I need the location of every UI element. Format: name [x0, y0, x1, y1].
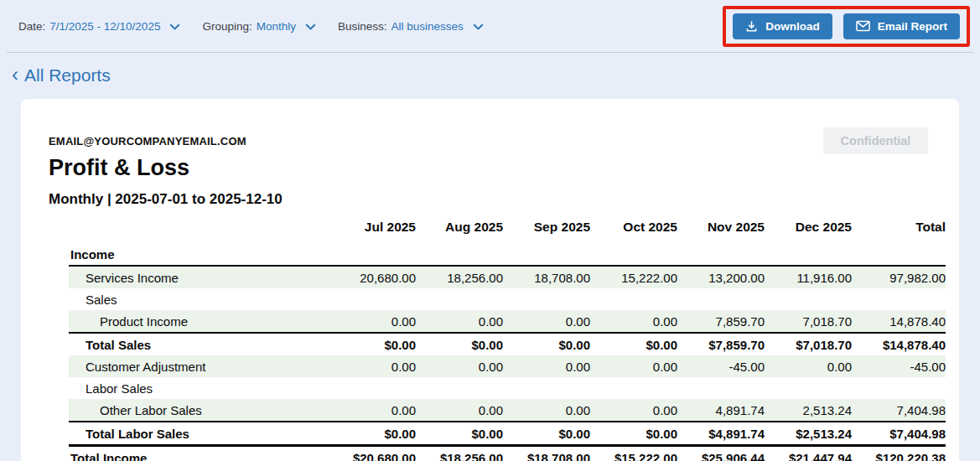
filter-value: Monthly: [257, 20, 296, 33]
cell-value: 0.00: [503, 399, 590, 422]
cell-value: [852, 243, 946, 266]
table-row: Total Income$20,680.00$18,256.00$18,708.…: [69, 446, 946, 461]
filter-date-dropdown[interactable]: Date: 7/1/2025 - 12/10/2025: [18, 20, 180, 33]
cell-value: 0.00: [503, 355, 590, 377]
row-label: Other Labor Sales: [69, 399, 329, 422]
annotation-highlight-box: Download Email Report: [723, 6, 970, 47]
cell-value: $4,891.74: [677, 422, 765, 446]
toolbar-divider: [7, 52, 973, 53]
chevron-left-icon: ‹: [12, 67, 18, 82]
cell-value: 0.00: [765, 355, 852, 377]
cell-value: $7,404.98: [852, 422, 946, 446]
cell-value: 11,916.00: [765, 266, 852, 288]
top-toolbar: Date: 7/1/2025 - 12/10/2025 Grouping: Mo…: [0, 0, 980, 52]
chevron-down-icon: [305, 23, 316, 30]
table-header-row: Jul 2025Aug 2025Sep 2025Oct 2025Nov 2025…: [69, 216, 946, 243]
row-label: Sales: [69, 288, 329, 310]
download-button[interactable]: Download: [733, 13, 832, 39]
cell-value: [590, 288, 677, 310]
cell-value: $18,708.00: [503, 446, 590, 461]
cell-value: [329, 377, 416, 399]
cell-value: 0.00: [329, 310, 416, 333]
cell-value: 18,256.00: [416, 266, 503, 288]
filter-business-dropdown[interactable]: Business: All businesses: [338, 20, 484, 33]
row-label: Customer Adjustment: [69, 355, 329, 377]
cell-value: $0.00: [416, 422, 503, 446]
cell-value: [765, 288, 852, 310]
cell-value: 0.00: [590, 355, 677, 377]
cell-value: $7,859.70: [677, 333, 765, 355]
cell-value: $120,220.38: [852, 446, 946, 461]
month-column-header: Jul 2025: [329, 216, 416, 243]
cell-value: 4,891.74: [677, 399, 765, 422]
filter-value: All businesses: [391, 20, 464, 33]
cell-value: $21,447.94: [765, 446, 852, 461]
cell-value: 20,680.00: [329, 266, 416, 288]
cell-value: $18,256.00: [416, 446, 503, 461]
company-email: EMAIL@YOURCOMPANYEMAIL.COM: [49, 135, 924, 148]
table-row: Sales: [69, 288, 946, 310]
month-column-header: Aug 2025: [416, 216, 503, 243]
table-row: Income: [69, 243, 946, 266]
row-label: Product Income: [69, 310, 329, 333]
cell-value: 0.00: [416, 399, 503, 422]
email-report-button[interactable]: Email Report: [843, 13, 960, 39]
cell-value: [503, 243, 590, 266]
cell-value: [852, 377, 946, 399]
cell-value: [590, 377, 677, 399]
month-column-header: Oct 2025: [590, 216, 677, 243]
cell-value: 0.00: [329, 355, 416, 377]
table-row: Services Income20,680.0018,256.0018,708.…: [69, 266, 946, 288]
row-label-column-header: [69, 216, 329, 243]
cell-value: $0.00: [329, 422, 416, 446]
back-to-all-reports-link[interactable]: ‹ All Reports: [12, 65, 111, 85]
report-table: Jul 2025Aug 2025Sep 2025Oct 2025Nov 2025…: [69, 216, 946, 461]
cell-value: $0.00: [416, 333, 503, 355]
email-icon: [856, 20, 870, 32]
filter-value: 7/1/2025 - 12/10/2025: [49, 20, 160, 33]
table-row: Total Sales$0.00$0.00$0.00$0.00$7,859.70…: [69, 333, 946, 355]
report-title: Profit & Loss: [49, 155, 924, 181]
cell-value: 97,982.00: [852, 266, 946, 288]
cell-value: [329, 288, 416, 310]
table-row: Customer Adjustment0.000.000.000.00-45.0…: [69, 355, 946, 377]
month-column-header: Dec 2025: [765, 216, 852, 243]
row-label: Total Sales: [69, 333, 329, 355]
cell-value: $25,906.44: [677, 446, 765, 461]
row-label: Total Labor Sales: [69, 422, 329, 446]
cell-value: [329, 243, 416, 266]
month-column-header: Sep 2025: [503, 216, 590, 243]
row-label: Labor Sales: [69, 377, 329, 399]
row-label: Income: [69, 243, 329, 266]
cell-value: [677, 243, 765, 266]
filter-bar: Date: 7/1/2025 - 12/10/2025 Grouping: Mo…: [18, 20, 484, 33]
chevron-down-icon: [169, 23, 180, 30]
cell-value: 0.00: [590, 399, 677, 422]
table-row: Labor Sales: [69, 377, 946, 399]
cell-value: 15,222.00: [590, 266, 677, 288]
cell-value: [590, 243, 677, 266]
table-row: Product Income0.000.000.000.007,859.707,…: [69, 310, 946, 333]
cell-value: [852, 288, 946, 310]
cell-value: 18,708.00: [503, 266, 590, 288]
cell-value: $0.00: [503, 422, 590, 446]
confidential-button[interactable]: Confidential: [823, 127, 928, 154]
download-button-label: Download: [765, 20, 820, 33]
cell-value: [677, 288, 765, 310]
cell-value: 0.00: [590, 310, 677, 333]
cell-value: 0.00: [416, 310, 503, 333]
cell-value: 0.00: [329, 399, 416, 422]
cell-value: 2,513.24: [765, 399, 852, 422]
cell-value: $14,878.40: [852, 333, 946, 355]
cell-value: [677, 377, 765, 399]
cell-value: $15,222.00: [590, 446, 677, 461]
cell-value: $0.00: [590, 333, 677, 355]
cell-value: 7,859.70: [677, 310, 765, 333]
filter-grouping-dropdown[interactable]: Grouping: Monthly: [202, 20, 316, 33]
cell-value: -45.00: [677, 355, 765, 377]
cell-value: [765, 243, 852, 266]
cell-value: $0.00: [503, 333, 590, 355]
cell-value: 13,200.00: [677, 266, 765, 288]
cell-value: $0.00: [329, 333, 416, 355]
cell-value: 0.00: [503, 310, 590, 333]
